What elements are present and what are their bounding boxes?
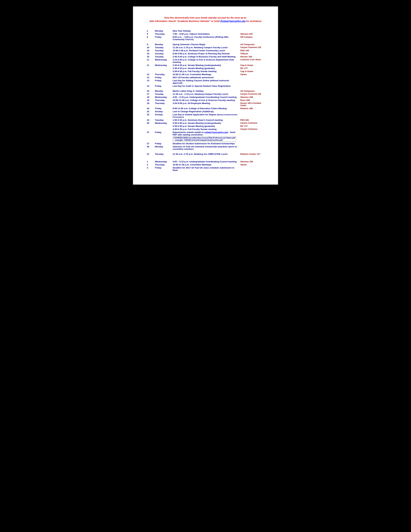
- syllabi-email-link[interactable]: syllabi@georgefox.edu: [204, 131, 228, 133]
- event-location: [239, 110, 265, 113]
- event-description: 3:30-5:00 p.m. All Employee Meeting: [172, 102, 239, 107]
- event-description: 4:30-6:30 p.m. Full Faculty Senate meeti…: [172, 128, 239, 131]
- event-location: Ross 208: [239, 99, 265, 102]
- day-number: 27: [146, 142, 154, 145]
- event-description: 2:45-4:30 p.m. College of Business Facul…: [172, 55, 239, 58]
- event-location: Canyon Commons: [239, 128, 265, 131]
- event-location: Canyon Commons 102: [239, 46, 265, 49]
- event-description: 3:30-4:30 p.m. Senate Meeting (undergrad…: [172, 122, 239, 125]
- event-description: 11:30 a.m. -1:15 p.m. Newberg Campus Fac…: [172, 93, 239, 95]
- event-description: Deadline for 2017-18 Trad UG class sched…: [172, 166, 239, 172]
- event-description: 10:50-11:40 a.m. Committee Meetings: [172, 73, 239, 76]
- day-number: 22: [146, 110, 154, 113]
- event-description: 9:00-11:00 a.m. College of Education Cha…: [172, 107, 239, 110]
- header-text: View this electronically from your Gmail…: [146, 16, 265, 23]
- weekday-label: Thursday: [154, 73, 172, 76]
- day-number: 13: [146, 76, 154, 79]
- event-location: Stevens 109: [239, 95, 265, 99]
- day-number: 17: [146, 93, 154, 95]
- event-location: [239, 79, 265, 85]
- weekday-label: Friday: [154, 79, 172, 85]
- event-description: Martin Luther King Jr. Holiday: [172, 87, 239, 93]
- page: View this electronically from your Gmail…: [133, 6, 278, 185]
- event-description: 4:30-6:30 p.m. Full Faculty Senate meeti…: [172, 70, 239, 73]
- day-number: 19: [146, 99, 154, 102]
- day-number: 2: [146, 29, 154, 32]
- event-location: Hoover 104: [239, 55, 265, 58]
- event-location: Canyon Commons: [239, 122, 265, 125]
- weekday-label: Wednesday: [154, 64, 172, 67]
- weekday-label: Tuesday: [154, 55, 172, 58]
- event-description: Last Day for Adding Classes Online (with…: [172, 79, 239, 85]
- event-description: 8:00-4:00 p.m. Seminary Prayer & Plannin…: [172, 52, 239, 55]
- event-location: Roberts 168: [239, 107, 265, 110]
- event-location: Tilikum: [239, 52, 265, 55]
- event-location: Hoover 105 & Portland Center: [239, 102, 265, 107]
- weekday-label: Friday: [154, 107, 172, 110]
- weekday-label: Thursday: [154, 102, 172, 107]
- day-number: 10: [146, 46, 154, 49]
- event-description: Last Day to Submit Application for Degre…: [172, 113, 239, 118]
- weekday-label: Tuesday: [154, 118, 172, 122]
- day-number: 22: [146, 113, 154, 118]
- weekday-label: Monday: [154, 41, 172, 46]
- weekday-label: Friday: [154, 85, 172, 87]
- event-description: 4:00 – 5:15 p.m. Undergraduate Coordinat…: [172, 95, 239, 99]
- day-number: 27: [146, 131, 154, 142]
- day-number: 10: [146, 49, 154, 52]
- event-location: PDS 155: [239, 49, 265, 52]
- event-description: 12:00-1:00 p.m. Portland Center Communit…: [172, 49, 239, 52]
- event-location: [239, 145, 265, 151]
- event-description: 4:00 – 5:15 p.m. Undergraduate Coordinat…: [172, 156, 239, 163]
- event-location: [239, 113, 265, 118]
- weekday-label: Tuesday: [154, 49, 172, 52]
- day-number: 25: [146, 122, 154, 125]
- event-location: [239, 85, 265, 87]
- weekday-label: Thursday: [154, 32, 172, 36]
- weekday-label: Wednesday: [154, 95, 172, 99]
- weekday-label: Monday: [154, 87, 172, 93]
- event-location: Cap & Gown: [239, 70, 265, 73]
- weekday-label: Friday: [154, 76, 172, 79]
- day-number: 3: [146, 166, 154, 172]
- weekday-label: Friday: [154, 36, 172, 41]
- day-number: 1: [146, 156, 154, 163]
- day-number: 19: [146, 102, 154, 107]
- event-description: 1:00-3:30 p.m. Seminary Dean’s Council m…: [172, 118, 239, 122]
- weekday-label: Monday: [154, 29, 172, 32]
- weekday-label: Wednesday: [154, 122, 172, 125]
- weekday-label: Monday: [154, 145, 172, 151]
- event-description: 11:30 a.m.-1:15 p.m. Newberg ALL EMPLOYE…: [172, 151, 239, 156]
- event-location: [239, 166, 265, 172]
- weekday-label: Wednesday: [154, 156, 172, 163]
- email-link[interactable]: jfreitag@georgefox.edu: [220, 20, 246, 22]
- event-description: Last to Change Registration (Add/Drop): [172, 110, 239, 113]
- event-description: 9:00 a.m. – 4:00 p.m. Faculty Conference…: [172, 36, 239, 41]
- weekday-label: Sunday: [154, 113, 172, 118]
- event-description: 2017-18 Faculty sabbaticals announced: [172, 76, 239, 79]
- day-number: 11: [146, 64, 154, 67]
- weekday-label: Tuesday: [154, 151, 172, 156]
- day-number: 11: [146, 58, 154, 64]
- event-description: 3:30-4:30 p.m. Senate Meeting (undergrad…: [172, 64, 239, 67]
- event-location: Roberts Center 117: [239, 151, 265, 156]
- weekday-label: Tuesday: [154, 93, 172, 95]
- weekday-label: Wednesday: [154, 58, 172, 64]
- event-location: [239, 131, 265, 142]
- event-description: 11:30 a.m.-1:15 p.m. Newberg Campus Facu…: [172, 46, 239, 49]
- event-description: 10:50-11:40 a.m. Committee Meetings: [172, 163, 239, 166]
- event-description: 3:30-4:30 p.m. Senate Meeting (graduate): [172, 125, 239, 128]
- event-location: Canyon Commons 102: [239, 93, 265, 95]
- day-number: 10: [146, 55, 154, 58]
- event-description: Departments submit syllabi to syllabi@ge…: [172, 131, 239, 142]
- event-location: Stevens 207: [239, 32, 265, 36]
- day-number: 6: [146, 36, 154, 41]
- event-location: PDS 281: [239, 118, 265, 122]
- weekday-label: Thursday: [154, 99, 172, 102]
- day-number: 31: [146, 151, 154, 156]
- event-location: All Campuses: [239, 41, 265, 46]
- event-location: RC 177: [239, 67, 265, 70]
- weekday-label: Friday: [154, 142, 172, 145]
- event-description: 3:30-4:30 p.m. Senate Meeting (graduate): [172, 67, 239, 70]
- event-location: Cap & Gown: [239, 64, 265, 67]
